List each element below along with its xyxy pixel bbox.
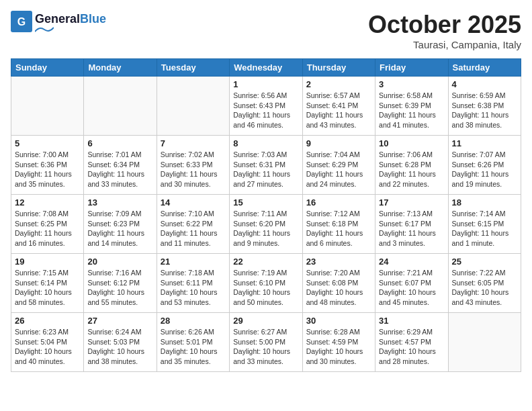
- calendar-cell: 22Sunrise: 7:19 AMSunset: 6:10 PMDayligh…: [230, 254, 302, 313]
- day-number: 15: [233, 197, 298, 208]
- day-info: Sunrise: 6:28 AMSunset: 4:59 PMDaylight:…: [306, 327, 371, 367]
- page-header: G GeneralBlue October 2025 Taurasi, Camp…: [11, 11, 521, 50]
- calendar-cell: [84, 77, 157, 136]
- calendar-cell: 4Sunrise: 6:59 AMSunset: 6:38 PMDaylight…: [448, 77, 521, 136]
- day-info: Sunrise: 6:26 AMSunset: 5:01 PMDaylight:…: [161, 327, 226, 367]
- calendar-cell: 25Sunrise: 7:22 AMSunset: 6:05 PMDayligh…: [448, 254, 521, 313]
- day-number: 1: [233, 79, 298, 89]
- day-info: Sunrise: 7:09 AMSunset: 6:23 PMDaylight:…: [87, 209, 152, 248]
- week-row-3: 12Sunrise: 7:08 AMSunset: 6:25 PMDayligh…: [11, 195, 521, 254]
- calendar-title: October 2025: [368, 11, 521, 39]
- day-number: 17: [379, 197, 444, 208]
- day-header-monday: Monday: [84, 59, 157, 77]
- calendar-cell: 6Sunrise: 7:01 AMSunset: 6:34 PMDaylight…: [84, 136, 157, 195]
- day-number: 19: [15, 257, 80, 267]
- calendar-cell: [448, 313, 521, 372]
- logo: G GeneralBlue: [11, 11, 106, 35]
- day-header-thursday: Thursday: [302, 59, 375, 77]
- day-info: Sunrise: 6:59 AMSunset: 6:38 PMDaylight:…: [452, 91, 517, 130]
- title-section: October 2025 Taurasi, Campania, Italy: [368, 11, 521, 50]
- day-info: Sunrise: 7:20 AMSunset: 6:08 PMDaylight:…: [306, 268, 371, 308]
- day-info: Sunrise: 6:57 AMSunset: 6:41 PMDaylight:…: [306, 91, 371, 130]
- calendar-cell: 13Sunrise: 7:09 AMSunset: 6:23 PMDayligh…: [84, 195, 157, 254]
- day-number: 2: [306, 79, 371, 89]
- day-number: 22: [233, 257, 298, 267]
- day-number: 20: [87, 257, 152, 267]
- week-row-5: 26Sunrise: 6:23 AMSunset: 5:04 PMDayligh…: [11, 313, 521, 372]
- calendar-cell: 19Sunrise: 7:15 AMSunset: 6:14 PMDayligh…: [11, 254, 84, 313]
- day-info: Sunrise: 7:10 AMSunset: 6:22 PMDaylight:…: [161, 209, 226, 248]
- day-info: Sunrise: 7:01 AMSunset: 6:34 PMDaylight:…: [87, 150, 152, 189]
- day-info: Sunrise: 6:23 AMSunset: 5:04 PMDaylight:…: [15, 327, 80, 367]
- day-number: 11: [452, 138, 517, 148]
- calendar-cell: 28Sunrise: 6:26 AMSunset: 5:01 PMDayligh…: [157, 313, 229, 372]
- day-number: 28: [161, 316, 226, 326]
- day-info: Sunrise: 7:14 AMSunset: 6:15 PMDaylight:…: [452, 209, 517, 248]
- day-info: Sunrise: 7:19 AMSunset: 6:10 PMDaylight:…: [233, 268, 298, 308]
- calendar-cell: 14Sunrise: 7:10 AMSunset: 6:22 PMDayligh…: [157, 195, 229, 254]
- day-info: Sunrise: 7:16 AMSunset: 6:12 PMDaylight:…: [87, 268, 152, 308]
- day-info: Sunrise: 7:07 AMSunset: 6:26 PMDaylight:…: [452, 150, 517, 189]
- day-number: 6: [87, 138, 152, 148]
- day-info: Sunrise: 7:02 AMSunset: 6:33 PMDaylight:…: [161, 150, 226, 189]
- day-info: Sunrise: 7:04 AMSunset: 6:29 PMDaylight:…: [306, 150, 371, 189]
- calendar-cell: 2Sunrise: 6:57 AMSunset: 6:41 PMDaylight…: [302, 77, 375, 136]
- day-number: 31: [379, 316, 444, 326]
- calendar-cell: 15Sunrise: 7:11 AMSunset: 6:20 PMDayligh…: [230, 195, 302, 254]
- day-number: 26: [15, 316, 80, 326]
- day-number: 29: [233, 316, 298, 326]
- day-info: Sunrise: 6:58 AMSunset: 6:39 PMDaylight:…: [379, 91, 444, 130]
- day-number: 18: [452, 197, 517, 208]
- day-info: Sunrise: 7:12 AMSunset: 6:18 PMDaylight:…: [306, 209, 371, 248]
- calendar-cell: 18Sunrise: 7:14 AMSunset: 6:15 PMDayligh…: [448, 195, 521, 254]
- day-number: 13: [87, 197, 152, 208]
- day-header-wednesday: Wednesday: [230, 59, 302, 77]
- calendar-cell: 23Sunrise: 7:20 AMSunset: 6:08 PMDayligh…: [302, 254, 375, 313]
- calendar-cell: 3Sunrise: 6:58 AMSunset: 6:39 PMDaylight…: [375, 77, 448, 136]
- day-number: 16: [306, 197, 371, 208]
- calendar-cell: 9Sunrise: 7:04 AMSunset: 6:29 PMDaylight…: [302, 136, 375, 195]
- day-number: 14: [161, 197, 226, 208]
- calendar-cell: [157, 77, 229, 136]
- day-number: 30: [306, 316, 371, 326]
- calendar-cell: 16Sunrise: 7:12 AMSunset: 6:18 PMDayligh…: [302, 195, 375, 254]
- day-header-row: SundayMondayTuesdayWednesdayThursdayFrid…: [11, 59, 521, 77]
- svg-text:G: G: [17, 16, 26, 28]
- day-number: 9: [306, 138, 371, 148]
- calendar-cell: 20Sunrise: 7:16 AMSunset: 6:12 PMDayligh…: [84, 254, 157, 313]
- day-number: 10: [379, 138, 444, 148]
- day-info: Sunrise: 7:13 AMSunset: 6:17 PMDaylight:…: [379, 209, 444, 248]
- day-info: Sunrise: 7:22 AMSunset: 6:05 PMDaylight:…: [452, 268, 517, 308]
- day-number: 12: [15, 197, 80, 208]
- calendar-cell: 7Sunrise: 7:02 AMSunset: 6:33 PMDaylight…: [157, 136, 229, 195]
- logo-general: General: [35, 12, 80, 26]
- day-header-tuesday: Tuesday: [157, 59, 229, 77]
- day-header-saturday: Saturday: [448, 59, 521, 77]
- calendar-cell: 1Sunrise: 6:56 AMSunset: 6:43 PMDaylight…: [230, 77, 302, 136]
- logo-wave-icon: [35, 26, 54, 33]
- calendar-cell: 31Sunrise: 6:29 AMSunset: 4:57 PMDayligh…: [375, 313, 448, 372]
- day-header-friday: Friday: [375, 59, 448, 77]
- day-info: Sunrise: 7:03 AMSunset: 6:31 PMDaylight:…: [233, 150, 298, 189]
- logo-blue: Blue: [80, 12, 106, 26]
- day-number: 23: [306, 257, 371, 267]
- day-number: 8: [233, 138, 298, 148]
- calendar-table: SundayMondayTuesdayWednesdayThursdayFrid…: [11, 58, 521, 372]
- day-info: Sunrise: 7:00 AMSunset: 6:36 PMDaylight:…: [15, 150, 80, 189]
- week-row-1: 1Sunrise: 6:56 AMSunset: 6:43 PMDaylight…: [11, 77, 521, 136]
- day-info: Sunrise: 6:27 AMSunset: 5:00 PMDaylight:…: [233, 327, 298, 367]
- week-row-2: 5Sunrise: 7:00 AMSunset: 6:36 PMDaylight…: [11, 136, 521, 195]
- day-info: Sunrise: 6:56 AMSunset: 6:43 PMDaylight:…: [233, 91, 298, 130]
- day-info: Sunrise: 6:29 AMSunset: 4:57 PMDaylight:…: [379, 327, 444, 367]
- day-number: 25: [452, 257, 517, 267]
- day-info: Sunrise: 7:21 AMSunset: 6:07 PMDaylight:…: [379, 268, 444, 308]
- day-number: 4: [452, 79, 517, 89]
- calendar-cell: 30Sunrise: 6:28 AMSunset: 4:59 PMDayligh…: [302, 313, 375, 372]
- day-number: 5: [15, 138, 80, 148]
- day-number: 27: [87, 316, 152, 326]
- calendar-cell: 5Sunrise: 7:00 AMSunset: 6:36 PMDaylight…: [11, 136, 84, 195]
- calendar-cell: 29Sunrise: 6:27 AMSunset: 5:00 PMDayligh…: [230, 313, 302, 372]
- day-number: 21: [161, 257, 226, 267]
- day-info: Sunrise: 7:08 AMSunset: 6:25 PMDaylight:…: [15, 209, 80, 248]
- day-info: Sunrise: 7:06 AMSunset: 6:28 PMDaylight:…: [379, 150, 444, 189]
